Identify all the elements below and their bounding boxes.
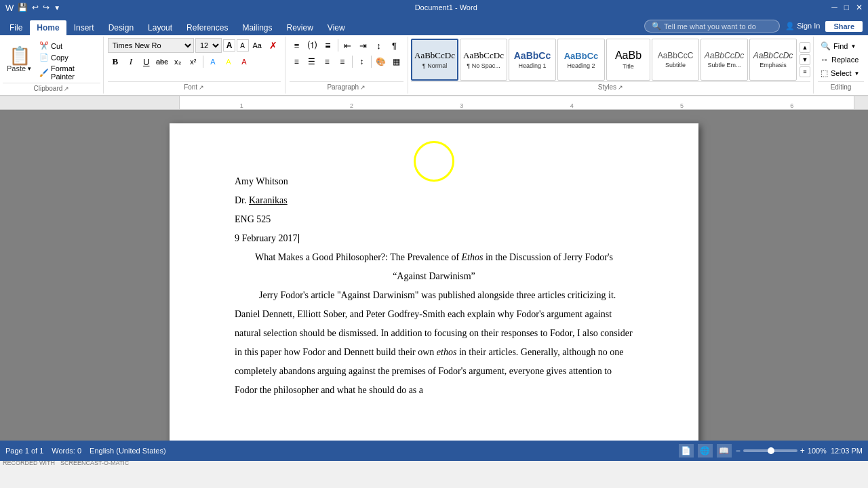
tab-home[interactable]: Home bbox=[30, 20, 66, 35]
replace-button[interactable]: ↔ Replace bbox=[818, 54, 864, 66]
bullets-button[interactable]: ≡ bbox=[290, 38, 304, 53]
line-spacing-button[interactable]: ↕ bbox=[354, 54, 369, 69]
style-subtitle[interactable]: AaBbCcC Subtitle bbox=[652, 39, 699, 81]
style-heading1[interactable]: AaBbCc Heading 1 bbox=[509, 39, 556, 81]
decrease-indent-button[interactable]: ⇤ bbox=[340, 38, 355, 53]
maximize-btn[interactable]: □ bbox=[844, 3, 849, 12]
style-subtle-em[interactable]: AaBbCcDc Subtle Em... bbox=[701, 39, 748, 81]
align-left-button[interactable]: ≡ bbox=[290, 54, 304, 69]
style-subtle-em-preview: AaBbCcDc bbox=[705, 51, 745, 60]
paste-button[interactable]: 📋 Paste ▼ bbox=[3, 45, 36, 74]
tab-mailings[interactable]: Mailings bbox=[235, 20, 279, 35]
styles-scroll-up[interactable]: ▲ bbox=[800, 42, 810, 53]
style-heading1-label: Heading 1 bbox=[518, 62, 546, 69]
zoom-level: 100% bbox=[808, 447, 827, 455]
show-hide-button[interactable]: ¶ bbox=[387, 38, 402, 53]
ruler: 123456 bbox=[180, 96, 854, 109]
clear-format-button[interactable]: ✗ bbox=[266, 38, 281, 53]
strikethrough-button[interactable]: abc bbox=[155, 54, 170, 69]
zoom-in-icon[interactable]: + bbox=[800, 446, 805, 455]
increase-indent-button[interactable]: ⇥ bbox=[356, 38, 371, 53]
doc-content[interactable]: Amy Whitson Dr. Karanikas ENG 525 9 Febr… bbox=[235, 172, 633, 400]
underline-button[interactable]: U bbox=[139, 54, 154, 69]
paragraph-expand-icon[interactable]: ↗ bbox=[360, 84, 366, 91]
view-read-btn[interactable]: 📖 bbox=[717, 444, 732, 458]
close-btn[interactable]: ✕ bbox=[856, 3, 863, 12]
justify-button[interactable]: ≡ bbox=[335, 54, 350, 69]
styles-expand-icon[interactable]: ↗ bbox=[618, 84, 623, 91]
tell-me-box[interactable]: 🔍 Tell me what you want to do bbox=[644, 20, 780, 33]
style-normal[interactable]: AaBbCcDc ¶ Normal bbox=[411, 39, 458, 81]
style-title-label: Title bbox=[623, 63, 634, 70]
minimize-btn[interactable]: ─ bbox=[831, 3, 837, 12]
quick-customize[interactable]: ▼ bbox=[54, 4, 60, 12]
subscript-button[interactable]: x₂ bbox=[170, 54, 185, 69]
copy-button[interactable]: 📄 Copy bbox=[37, 52, 100, 62]
styles-scroll-down[interactable]: ▼ bbox=[800, 54, 810, 65]
page[interactable]: Amy Whitson Dr. Karanikas ENG 525 9 Febr… bbox=[170, 123, 698, 441]
tab-design[interactable]: Design bbox=[102, 20, 140, 35]
change-case-button[interactable]: Aa bbox=[250, 38, 265, 53]
align-center-button[interactable]: ☰ bbox=[304, 54, 319, 69]
tab-review[interactable]: Review bbox=[279, 20, 319, 35]
font-size-increase[interactable]: A bbox=[223, 39, 235, 52]
quick-undo[interactable]: ↩ bbox=[32, 3, 39, 12]
text-effects-button[interactable]: A bbox=[205, 54, 220, 69]
paste-dropdown-icon[interactable]: ▼ bbox=[26, 66, 32, 72]
format-painter-button[interactable]: 🖌️ Format Painter bbox=[37, 64, 100, 81]
style-normal-label: ¶ Normal bbox=[422, 62, 447, 69]
font-expand-icon[interactable]: ↗ bbox=[199, 84, 204, 91]
text-highlight-button[interactable]: A bbox=[221, 54, 236, 69]
view-web-btn[interactable]: 🌐 bbox=[698, 444, 713, 458]
tab-layout[interactable]: Layout bbox=[141, 20, 179, 35]
style-subtitle-preview: AaBbCcC bbox=[658, 51, 694, 60]
select-icon: ⬚ bbox=[821, 68, 828, 78]
cut-icon: ✂️ bbox=[39, 41, 49, 50]
user-signin[interactable]: 👤 Sign In bbox=[785, 22, 820, 30]
font-size-select[interactable]: 12 bbox=[195, 38, 222, 53]
app-icon: W bbox=[5, 3, 14, 13]
numbering-button[interactable]: ⑴ bbox=[305, 38, 320, 53]
tab-insert[interactable]: Insert bbox=[67, 20, 101, 35]
superscript-button[interactable]: x² bbox=[186, 54, 201, 69]
style-no-spacing[interactable]: AaBbCcDc ¶ No Spac... bbox=[460, 39, 507, 81]
select-dropdown-icon[interactable]: ▼ bbox=[854, 70, 860, 77]
quick-save[interactable]: 💾 bbox=[18, 3, 28, 12]
editing-label: Editing bbox=[818, 81, 864, 92]
tab-references[interactable]: References bbox=[180, 20, 235, 35]
bold-button[interactable]: B bbox=[108, 54, 123, 69]
find-dropdown-icon[interactable]: ▼ bbox=[850, 43, 856, 49]
font-size-decrease[interactable]: A bbox=[237, 39, 249, 52]
borders-button[interactable]: ▦ bbox=[389, 54, 403, 69]
style-heading2-preview: AaBbCc bbox=[564, 51, 599, 61]
style-heading2[interactable]: AaBbCc Heading 2 bbox=[557, 39, 605, 81]
zoom-track[interactable] bbox=[743, 449, 797, 452]
italic-button[interactable]: I bbox=[123, 54, 138, 69]
cut-button[interactable]: ✂️ Cut bbox=[37, 41, 100, 51]
multilevel-list-button[interactable]: ≣ bbox=[321, 38, 336, 53]
styles-expand[interactable]: ≡ bbox=[800, 66, 810, 77]
quick-redo[interactable]: ↪ bbox=[43, 3, 50, 12]
select-button[interactable]: ⬚ Select ▼ bbox=[818, 67, 864, 79]
tab-file[interactable]: File bbox=[3, 20, 29, 35]
font-family-select[interactable]: Times New Ro bbox=[108, 38, 194, 53]
find-button[interactable]: 🔍 Find ▼ bbox=[818, 40, 864, 52]
font-color-button[interactable]: A bbox=[237, 54, 252, 69]
course-line: ENG 525 bbox=[235, 210, 633, 229]
clipboard-expand-icon[interactable]: ↗ bbox=[64, 85, 69, 92]
style-heading2-label: Heading 2 bbox=[567, 62, 595, 69]
author-line: Amy Whitson bbox=[235, 172, 633, 191]
paragraph-label: Paragraph ↗ bbox=[290, 81, 403, 92]
copy-icon: 📄 bbox=[39, 53, 49, 62]
paragraph1: Jerry Fodor's article "Against Darwinism… bbox=[235, 286, 633, 400]
clipboard-group: 📋 Paste ▼ ✂️ Cut 📄 Copy 🖌️ Format Painte bbox=[0, 37, 104, 94]
align-right-button[interactable]: ≡ bbox=[320, 54, 335, 69]
share-button[interactable]: Share bbox=[825, 21, 863, 32]
style-emphasis[interactable]: AaBbCcDc Emphasis bbox=[749, 39, 797, 81]
zoom-out-icon[interactable]: − bbox=[736, 446, 741, 455]
style-title[interactable]: AaBb Title bbox=[606, 39, 650, 81]
shading-button[interactable]: 🎨 bbox=[374, 54, 389, 69]
view-print-btn[interactable]: 📄 bbox=[679, 444, 694, 458]
tab-view[interactable]: View bbox=[321, 20, 352, 35]
sort-button[interactable]: ↕ bbox=[372, 38, 387, 53]
